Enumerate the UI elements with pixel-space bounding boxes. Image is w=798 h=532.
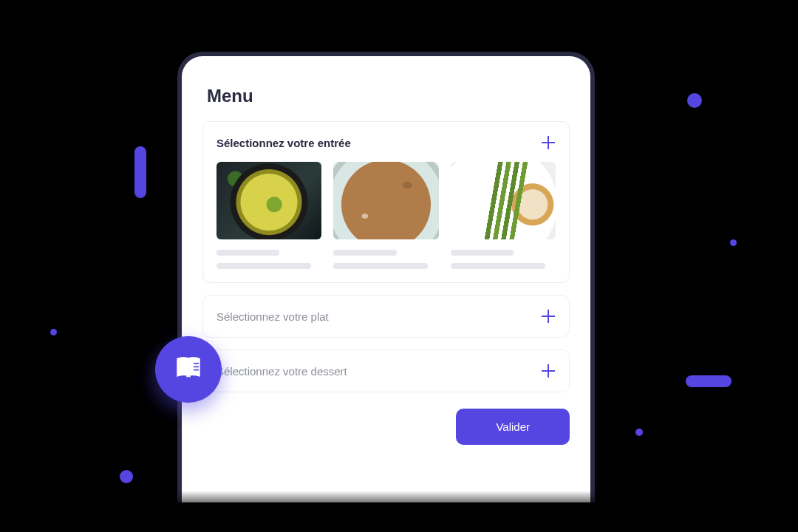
plus-icon[interactable] [541, 309, 556, 324]
section-dessert-header[interactable]: Sélectionnez votre dessert [216, 364, 556, 378]
deco-pill-left [134, 146, 146, 198]
entree-card[interactable] [333, 162, 438, 269]
plus-icon[interactable] [541, 135, 556, 150]
menu-book-icon [173, 352, 204, 386]
section-plat-title: Sélectionnez votre plat [216, 310, 329, 323]
section-dessert: Sélectionnez votre dessert [202, 349, 570, 392]
page-title: Menu [207, 86, 570, 106]
menu-book-badge [155, 336, 222, 403]
dish-image [333, 162, 438, 239]
section-dessert-title: Sélectionnez votre dessert [216, 365, 347, 378]
deco-dot [635, 429, 643, 436]
section-entree-header[interactable]: Sélectionnez votre entrée [216, 135, 556, 150]
menu-card: Menu Sélectionnez votre entrée [177, 52, 595, 502]
placeholder-line [451, 250, 514, 256]
placeholder-line [451, 263, 545, 269]
section-entree: Sélectionnez votre entrée [202, 121, 570, 283]
section-plat: Sélectionnez votre plat [202, 295, 570, 338]
plus-icon[interactable] [541, 364, 556, 378]
entree-card[interactable] [216, 162, 321, 269]
entree-card[interactable] [451, 162, 556, 269]
deco-pill-right [686, 375, 732, 387]
section-plat-header[interactable]: Sélectionnez votre plat [216, 309, 556, 324]
entree-cards [216, 162, 556, 269]
placeholder-line [333, 250, 396, 256]
dish-image [451, 162, 556, 239]
placeholder-line [216, 250, 279, 256]
placeholder-line [333, 263, 428, 269]
section-entree-title: Sélectionnez votre entrée [216, 137, 351, 149]
placeholder-line [216, 263, 311, 269]
deco-dot [730, 239, 737, 246]
validate-button[interactable]: Valider [456, 409, 570, 445]
deco-dot [687, 93, 702, 108]
deco-dot [50, 329, 57, 335]
deco-dot [120, 470, 133, 483]
dish-image [216, 162, 321, 239]
